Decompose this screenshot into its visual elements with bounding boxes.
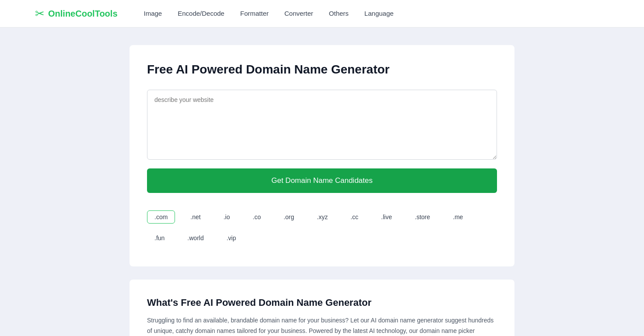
nav-item-image[interactable]: Image — [144, 10, 162, 17]
nav-item-formatter[interactable]: Formatter — [240, 10, 269, 17]
tld-tag-fun[interactable]: .fun — [147, 231, 172, 245]
nav-item-converter[interactable]: Converter — [284, 10, 313, 17]
page-card: Free AI Powered Domain Name Generator Ge… — [130, 45, 514, 266]
tld-tag-org[interactable]: .org — [276, 210, 301, 224]
generate-button[interactable]: Get Domain Name Candidates — [147, 168, 497, 193]
website-description-input[interactable] — [147, 90, 497, 160]
nav-item-encodedecode[interactable]: Encode/Decode — [178, 10, 224, 17]
tld-tag-co[interactable]: .co — [245, 210, 269, 224]
tld-tag-world[interactable]: .world — [180, 231, 211, 245]
nav-links: ImageEncode/DecodeFormatterConverterOthe… — [144, 10, 394, 18]
nav-item-others[interactable]: Others — [329, 10, 349, 17]
nav-item-language[interactable]: Language — [364, 10, 394, 17]
tld-tag-vip[interactable]: .vip — [219, 231, 244, 245]
tld-tag-xyz[interactable]: .xyz — [309, 210, 335, 224]
logo-link[interactable]: ✂ OnlineCoolTools — [35, 7, 118, 21]
tld-options-row: .com.net.io.co.org.xyz.cc.live.store.me.… — [147, 206, 497, 245]
tld-tag-store[interactable]: .store — [407, 210, 438, 224]
navbar: ✂ OnlineCoolTools ImageEncode/DecodeForm… — [0, 0, 644, 28]
page-title: Free AI Powered Domain Name Generator — [147, 63, 497, 77]
tld-tag-me[interactable]: .me — [445, 210, 470, 224]
tld-tag-cc[interactable]: .cc — [343, 210, 366, 224]
info-text: Struggling to find an available, brandab… — [147, 315, 497, 336]
logo-text: OnlineCoolTools — [48, 9, 118, 19]
main-content: Free AI Powered Domain Name Generator Ge… — [121, 28, 523, 336]
info-section: What's Free AI Powered Domain Name Gener… — [130, 280, 514, 336]
logo-icon: ✂ — [35, 7, 45, 21]
info-title: What's Free AI Powered Domain Name Gener… — [147, 297, 497, 308]
tld-tag-net[interactable]: .net — [183, 210, 208, 224]
tld-tag-com[interactable]: .com — [147, 210, 175, 224]
tld-tag-live[interactable]: .live — [374, 210, 399, 224]
tld-tag-io[interactable]: .io — [216, 210, 238, 224]
